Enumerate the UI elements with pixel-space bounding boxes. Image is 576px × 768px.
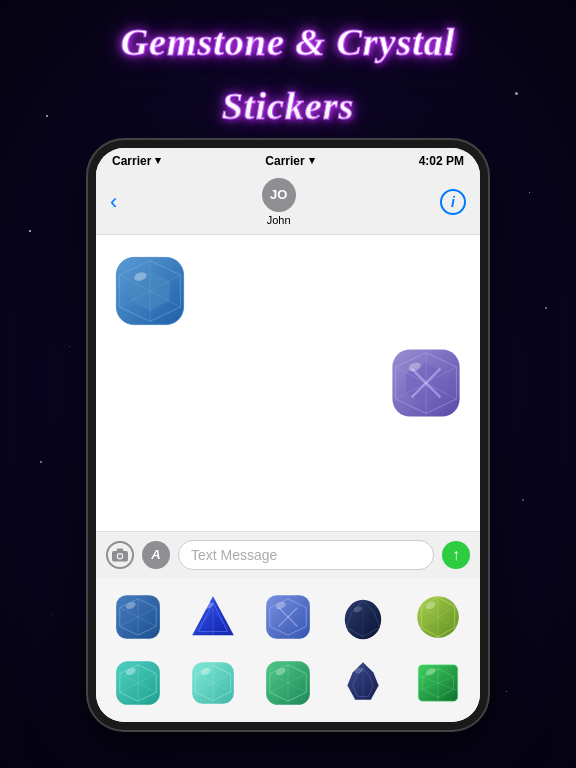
time-label: 4:02 PM bbox=[419, 154, 464, 168]
back-button[interactable]: ‹ bbox=[110, 189, 117, 215]
send-icon: ↑ bbox=[452, 546, 460, 564]
phone-screen: Carrier ▾ Carrier ▾ 4:02 PM ‹ JO John i bbox=[96, 148, 480, 722]
input-bar: A Text Message ↑ bbox=[96, 531, 480, 578]
carrier-right-label: Carrier bbox=[265, 154, 304, 168]
camera-button[interactable] bbox=[106, 541, 134, 569]
sticker-item[interactable] bbox=[403, 652, 474, 714]
input-placeholder: Text Message bbox=[191, 547, 277, 563]
sticker-item[interactable] bbox=[102, 586, 173, 648]
apps-icon: A bbox=[151, 547, 160, 562]
status-center: Carrier ▾ bbox=[265, 154, 314, 168]
contact-name: John bbox=[267, 214, 291, 226]
chat-area bbox=[96, 235, 480, 531]
title-line1: Gemstone & Crystal bbox=[121, 22, 456, 64]
gem-message-right bbox=[386, 343, 466, 423]
sticker-item[interactable] bbox=[403, 586, 474, 648]
status-left: Carrier ▾ bbox=[112, 154, 161, 168]
wifi-right-icon: ▾ bbox=[309, 154, 315, 167]
sticker-item[interactable] bbox=[328, 652, 399, 714]
gem-message-left bbox=[110, 251, 190, 331]
sticker-item[interactable] bbox=[102, 652, 173, 714]
apps-button[interactable]: A bbox=[142, 541, 170, 569]
app-title: Gemstone & Crystal Stickers bbox=[121, 0, 456, 128]
sticker-item[interactable] bbox=[252, 586, 323, 648]
sticker-item[interactable] bbox=[252, 652, 323, 714]
info-button[interactable]: i bbox=[440, 189, 466, 215]
sticker-item[interactable] bbox=[177, 652, 248, 714]
sticker-item[interactable] bbox=[328, 586, 399, 648]
wifi-left-icon: ▾ bbox=[155, 154, 161, 167]
carrier-left-label: Carrier bbox=[112, 154, 151, 168]
phone-frame: Carrier ▾ Carrier ▾ 4:02 PM ‹ JO John i bbox=[88, 140, 488, 730]
nav-center: JO John bbox=[262, 178, 296, 226]
svg-point-19 bbox=[118, 554, 122, 558]
send-button[interactable]: ↑ bbox=[442, 541, 470, 569]
svg-rect-20 bbox=[117, 548, 123, 551]
title-line2: Stickers bbox=[121, 86, 456, 128]
avatar: JO bbox=[262, 178, 296, 212]
nav-bar: ‹ JO John i bbox=[96, 172, 480, 235]
sticker-item[interactable] bbox=[177, 586, 248, 648]
status-bar: Carrier ▾ Carrier ▾ 4:02 PM bbox=[96, 148, 480, 172]
sticker-tray bbox=[96, 578, 480, 722]
text-message-input[interactable]: Text Message bbox=[178, 540, 434, 570]
